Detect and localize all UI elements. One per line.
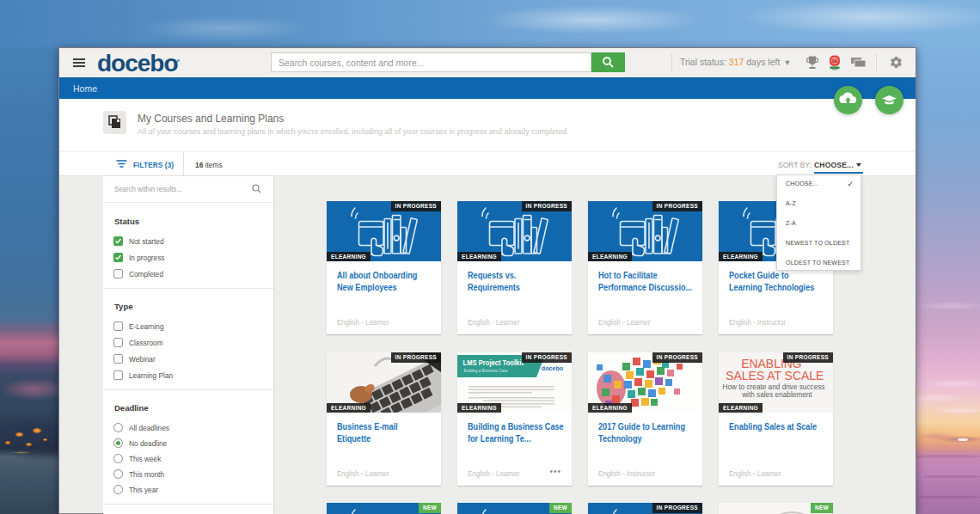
svg-text:Building a Business Case: Building a Business Case — [464, 369, 509, 373]
svg-text:docebo: docebo — [542, 364, 564, 372]
svg-text:LMS Project Toolkit: LMS Project Toolkit — [463, 359, 524, 367]
svg-text:SALES AT SCALE: SALES AT SCALE — [726, 369, 824, 382]
svg-text:99: 99 — [832, 58, 837, 64]
svg-text:with sales enablement: with sales enablement — [741, 390, 812, 399]
